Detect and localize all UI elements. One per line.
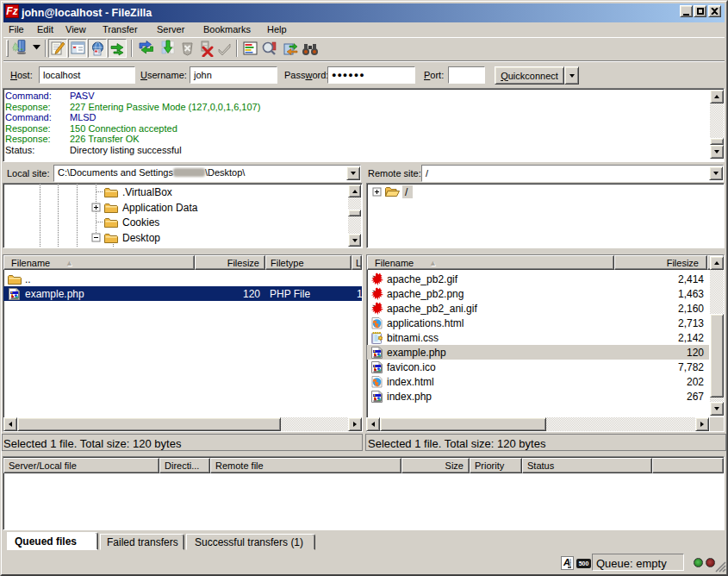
svg-text:.VirtualBox: .VirtualBox <box>122 186 172 198</box>
svg-text:Application Data: Application Data <box>122 202 198 214</box>
svg-text:Cookies: Cookies <box>122 216 159 229</box>
svg-text:Desktop: Desktop <box>122 232 160 244</box>
